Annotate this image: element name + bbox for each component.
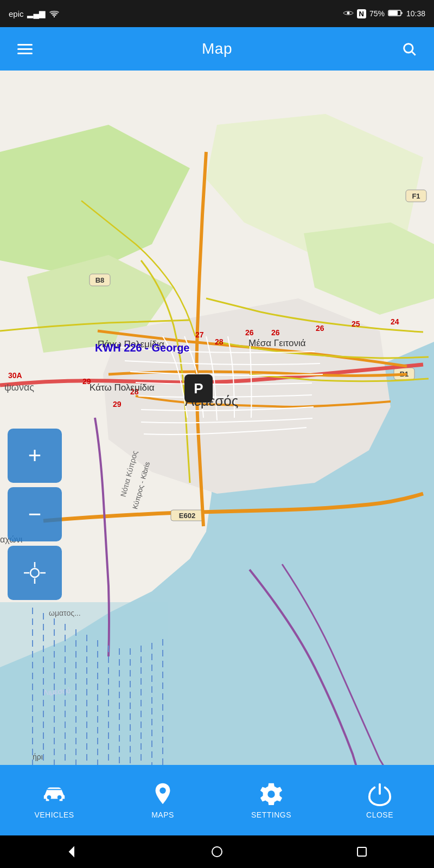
parking-marker: P <box>184 374 213 403</box>
carrier-label: epic <box>9 9 24 18</box>
app-bar: Map <box>0 27 434 71</box>
svg-text:25: 25 <box>352 320 360 328</box>
svg-text:ωματος...: ωματος... <box>49 609 81 617</box>
svg-text:B8: B8 <box>95 276 105 284</box>
zoom-out-button[interactable]: − <box>8 487 62 541</box>
zoom-in-button[interactable]: + <box>8 429 62 483</box>
status-bar: epic ▂▄▆ N 75% 10:38 <box>0 0 434 27</box>
svg-point-5 <box>404 44 413 53</box>
svg-text:E602: E602 <box>179 512 195 520</box>
nav-settings-label: SETTINGS <box>251 810 291 819</box>
svg-text:F1: F1 <box>412 192 420 200</box>
center-location-button[interactable] <box>8 546 62 600</box>
svg-rect-3 <box>401 12 403 14</box>
settings-icon <box>259 781 284 806</box>
svg-text:28: 28 <box>215 337 224 346</box>
nfc-icon: N <box>357 9 366 18</box>
signal-bars: ▂▄▆ <box>27 9 46 18</box>
svg-text:Μέσα Γειτονιά: Μέσα Γειτονιά <box>248 338 306 348</box>
svg-marker-67 <box>69 847 74 856</box>
status-right: N 75% 10:38 <box>343 9 425 18</box>
nav-close-label: CLOSE <box>366 810 393 819</box>
eye-icon <box>343 9 354 18</box>
bottom-nav: VEHICLES MAPS SETTINGS CLOSE <box>0 765 434 835</box>
nav-vehicles[interactable]: VEHICLES <box>0 765 108 835</box>
map-svg: E602 B8 B1 F1 30A 29 29 28 <box>0 71 434 787</box>
nav-maps[interactable]: MAPS <box>108 765 217 835</box>
battery-icon <box>388 9 403 18</box>
svg-point-68 <box>212 847 222 857</box>
wifi-icon <box>49 9 60 19</box>
map-container[interactable]: E602 B8 B1 F1 30A 29 29 28 <box>0 71 434 787</box>
status-left: epic ▂▄▆ <box>9 9 60 19</box>
menu-button[interactable] <box>9 33 41 65</box>
svg-text:26: 26 <box>271 328 280 337</box>
car-icon <box>42 781 67 806</box>
svg-line-6 <box>412 52 415 55</box>
nav-settings[interactable]: SETTINGS <box>217 765 326 835</box>
svg-point-0 <box>54 16 55 17</box>
svg-text:30A: 30A <box>8 371 22 380</box>
nav-close[interactable]: CLOSE <box>326 765 434 835</box>
hamburger-icon <box>17 44 33 54</box>
svg-point-64 <box>58 795 62 800</box>
svg-point-1 <box>347 11 349 14</box>
svg-point-63 <box>47 795 52 800</box>
nav-maps-label: MAPS <box>151 810 174 819</box>
svg-text:26: 26 <box>245 328 254 337</box>
home-button[interactable] <box>201 835 233 868</box>
page-title: Map <box>202 40 232 58</box>
svg-text:27: 27 <box>195 330 204 339</box>
search-icon <box>401 41 417 56</box>
search-button[interactable] <box>393 33 425 65</box>
time-label: 10:38 <box>406 9 425 18</box>
svg-text:ψωνας: ψωνας <box>4 382 34 393</box>
power-icon <box>367 781 392 806</box>
battery-percent: 75% <box>369 9 385 18</box>
back-button[interactable] <box>56 835 88 868</box>
svg-text:24: 24 <box>391 317 399 326</box>
svg-text:26: 26 <box>316 324 324 333</box>
svg-rect-4 <box>389 11 398 15</box>
svg-text:Πάνω Πολεμίδια: Πάνω Πολεμίδια <box>98 339 164 349</box>
svg-text:29: 29 <box>113 400 122 409</box>
nav-vehicles-label: VEHICLES <box>34 810 74 819</box>
svg-point-65 <box>159 788 166 794</box>
svg-text:ήρι: ήρι <box>33 752 43 761</box>
svg-point-58 <box>30 569 39 577</box>
svg-point-66 <box>267 790 275 797</box>
svg-rect-69 <box>358 847 366 856</box>
svg-rect-9 <box>0 602 168 787</box>
recents-button[interactable] <box>346 835 378 868</box>
location-icon <box>150 781 175 806</box>
map-controls: + − <box>8 429 62 600</box>
svg-text:Κάτω Πολεμίδια: Κάτω Πολεμίδια <box>90 382 155 393</box>
system-nav <box>0 835 434 868</box>
